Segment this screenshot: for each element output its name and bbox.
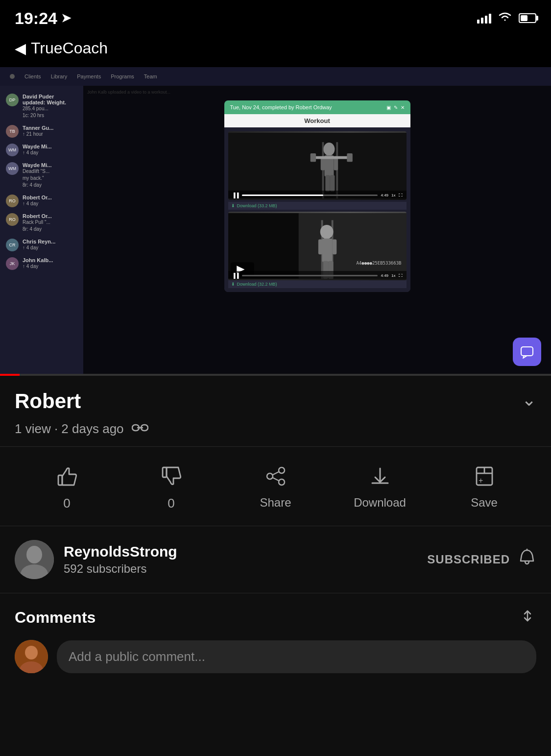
svg-point-16 [320, 225, 333, 239]
avatar-wm1: WM [6, 144, 19, 156]
sidebar-detail-ro1: ↑ 4 day [23, 200, 52, 207]
tc-menu-programs: Programs [111, 73, 134, 79]
svg-rect-17 [322, 239, 332, 262]
expand-chevron-icon[interactable]: ⌄ [522, 390, 536, 410]
download-icon [365, 462, 395, 491]
svg-text:+: + [479, 476, 483, 485]
sidebar-name-ro1: Robert Or... [23, 195, 52, 200]
title-row: Robert ⌄ [15, 390, 536, 413]
tc-video-1: ▐▐ 4:49 1x ⛶ [228, 131, 407, 200]
share-label: Share [260, 496, 291, 510]
svg-rect-13 [298, 213, 406, 279]
sidebar-name-wm1: Wayde Mi... [23, 144, 52, 149]
notification-bell-icon[interactable] [518, 548, 536, 571]
back-arrow-icon[interactable]: ◀ [15, 40, 26, 57]
svg-rect-24 [521, 347, 533, 356]
svg-rect-9 [312, 156, 350, 159]
save-button[interactable]: + Save [455, 462, 514, 510]
tc-play-icon-2: ▐▐ [232, 273, 239, 278]
comments-header: Comments [15, 607, 536, 628]
sort-svg [519, 607, 536, 625]
like-button[interactable]: 0 [38, 462, 96, 511]
sidebar-name-dp: David Puder updated: Weight. [23, 94, 77, 105]
svg-rect-0 [228, 133, 407, 198]
video-title: Robert [15, 390, 81, 413]
sidebar-item-dp: DP David Puder updated: Weight. 285.4 po… [0, 91, 83, 122]
sidebar-detail-tb: ↑ 21 hour [23, 131, 53, 138]
tc-fullscreen-1: ⛶ [399, 193, 403, 197]
tc-close-icon: ✕ [401, 105, 405, 110]
actions-section: 0 0 [0, 447, 551, 526]
svg-point-32 [267, 473, 273, 479]
channel-name: ReynoldsStrong [64, 543, 417, 560]
content-area: Robert ⌄ 1 view · 2 days ago [0, 376, 551, 687]
sidebar-name-tb: Tanner Gu... [23, 125, 53, 131]
like-count: 0 [63, 496, 70, 511]
sidebar-name-jk: John Kalb... [23, 257, 53, 263]
tc-minimize-icon: ▣ [386, 105, 391, 110]
save-icon: + [470, 462, 499, 491]
dislike-button[interactable]: 0 [142, 462, 201, 511]
svg-rect-11 [347, 153, 352, 162]
tc-video-2: A4●●●●25EB533663B ▐▐ 4:49 1x [228, 212, 407, 280]
sidebar-name-wm2: Wayde Mi... [23, 162, 52, 168]
tc-topbar: Clients Library Payments Programs Team [0, 67, 551, 86]
wifi-icon [498, 11, 512, 25]
tc-video-2-image: A4●●●●25EB533663B [228, 212, 407, 280]
sort-icon[interactable] [519, 607, 536, 628]
battery-fill [521, 15, 527, 21]
sidebar-detail-dp: 285.4 pou...1c: 20 hrs [23, 105, 77, 119]
svg-point-31 [279, 479, 285, 485]
tc-workout-label: Workout [304, 117, 330, 124]
thumbs-down-svg [159, 463, 184, 489]
svg-line-34 [273, 478, 279, 481]
avatar-ro1: RO [6, 195, 19, 207]
tc-play-icon-1: ▐▐ [232, 193, 239, 198]
tc-time-1: 4:49 [381, 193, 388, 197]
signal-bars-icon [477, 13, 491, 24]
comments-section: Comments Add a public comment... [0, 593, 551, 687]
tc-modal-body: ▐▐ 4:49 1x ⛶ [224, 127, 410, 292]
link-svg [132, 422, 148, 433]
svg-rect-29 [163, 467, 167, 477]
signal-bar-1 [477, 20, 479, 24]
subscribed-button[interactable]: SUBSCRIBED [427, 553, 510, 566]
tc-time-2: 4:49 [381, 273, 388, 278]
svg-point-3 [323, 143, 335, 156]
sidebar-detail-wm1: ↑ 4 day [23, 149, 52, 156]
tc-menu-library: Library [51, 73, 68, 79]
copy-link-icon[interactable] [132, 421, 148, 437]
svg-rect-8 [330, 175, 335, 192]
tc-hash-text: A4●●●●25EB533663B [356, 261, 401, 266]
sidebar-item-cr: CR Chris Reyn... ↑ 4 day [0, 236, 83, 254]
svg-rect-19 [332, 240, 336, 255]
tc-sidebar: DP David Puder updated: Weight. 285.4 po… [0, 86, 83, 376]
dislike-count: 0 [168, 496, 174, 511]
location-arrow-icon: ➤ [61, 11, 71, 25]
sidebar-detail-cr: ↑ 4 day [23, 244, 55, 251]
share-button[interactable]: Share [246, 462, 305, 510]
sidebar-detail-wm2: Deadlift "S...my back."8r: 4 day [23, 168, 52, 189]
comment-input-row: Add a public comment... [15, 640, 536, 673]
commenter-avatar [15, 640, 48, 673]
tc-progress-2 [242, 275, 378, 276]
tc-video-2-controls: ▐▐ 4:49 1x ⛶ [228, 271, 407, 280]
signal-bar-2 [481, 18, 483, 24]
tc-progress-1 [242, 195, 378, 196]
sidebar-name-cr: Chris Reyn... [23, 239, 55, 244]
thumbs-up-svg [54, 463, 80, 489]
download-button[interactable]: Download [351, 462, 409, 510]
tc-download-icon-2: ⬇ [231, 282, 235, 287]
share-icon [261, 462, 290, 491]
comment-input[interactable]: Add a public comment... [57, 640, 536, 673]
commenter-avatar-svg [15, 640, 48, 673]
chat-fab-button[interactable] [513, 338, 541, 366]
channel-avatar[interactable] [15, 540, 54, 579]
video-player[interactable]: Clients Library Payments Programs Team D… [0, 67, 551, 376]
sidebar-item-ro2: RO Robert Or... Rack Pull "...8r: 4 day [0, 210, 83, 236]
comments-title: Comments [15, 609, 96, 627]
bell-svg [518, 548, 536, 567]
video-progress-fill [0, 374, 20, 376]
tc-video-2-svg [228, 212, 407, 280]
back-bar: ◀ TrueCoach [0, 34, 551, 67]
